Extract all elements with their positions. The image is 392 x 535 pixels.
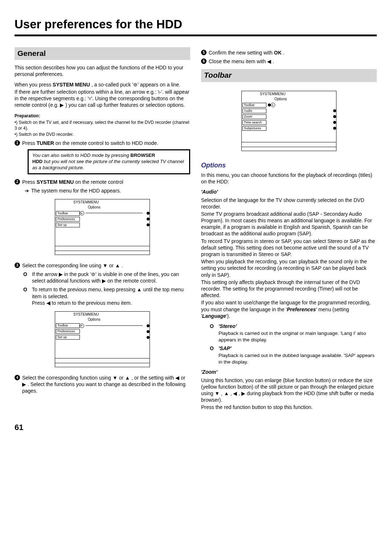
audio-p4: When you playback the recording, you can…: [201, 258, 377, 278]
step-3-note-1: OIf the arrow ▶ in the puck '⊚' is visib…: [23, 271, 190, 284]
option-sap-body: Playback is carried out in the dubbed la…: [219, 352, 377, 365]
menu3-row-time-search: Time search: [242, 120, 266, 125]
option-stereo-label: 'Stereo': [219, 323, 237, 329]
puck-icon: ▸: [80, 211, 84, 215]
general-intro-3: If there are further selection options w…: [15, 89, 190, 109]
step-3: Select the corresponding line using ▼ or…: [22, 262, 190, 269]
menu1-row-setup: Set up: [56, 223, 80, 227]
systemmenu-diagram-2: SYSTEMMENU Options Toolbar▸ Preferences …: [55, 311, 150, 367]
page-title: User preferences for the HDD: [15, 11, 377, 32]
menu3-row-zoom: Zoom: [242, 114, 266, 119]
option-stereo-body: Playback is carried out in the original …: [219, 330, 377, 343]
menu1-row-toolbar: Toolbar: [56, 211, 80, 216]
audio-p6: If you also want to use/change the langu…: [201, 299, 377, 319]
menu2-subtitle: Options: [55, 317, 150, 323]
section-heading-general: General: [15, 47, 190, 60]
systemmenu-diagram-1: SYSTEMMENU Options Toolbar▸ Preferences …: [55, 199, 150, 255]
menu3-title: SYSTEMMENU: [242, 91, 336, 96]
step-4: Select the corresponding function using …: [22, 374, 190, 394]
puck-icon: ▸: [80, 324, 84, 328]
menu2-title: SYSTEMMENU: [55, 312, 150, 317]
menu3-subtitle: Options: [242, 96, 336, 102]
step-badge-5: 5: [201, 50, 207, 55]
menu1-subtitle: Options: [55, 204, 150, 210]
title-rule: [15, 35, 377, 36]
left-column: General This section describes how you c…: [15, 47, 190, 412]
step-badge-4: 4: [15, 375, 20, 380]
menu2-row-preferences: Preferences: [56, 329, 80, 334]
audio-p3: To record TV programs in stereo or SAP, …: [201, 238, 377, 258]
menu1-row-preferences: Preferences: [56, 217, 80, 222]
preparation-item-2: •) Switch on the DVD recorder.: [15, 132, 190, 138]
menu3-row-toolbar: Toolbar: [242, 103, 266, 108]
step-badge-6: 6: [201, 58, 207, 64]
zoom-p2: Press the red function button to stop th…: [201, 404, 377, 410]
options-heading: Options: [201, 161, 377, 170]
step-2-result: ➔The system menu for the HDD appears.: [25, 187, 190, 194]
option-sap-label: 'SAP': [219, 345, 231, 352]
preparation-item-1: •) Switch on the TV set, and if necessar…: [15, 120, 190, 131]
audio-heading: 'Audio': [201, 189, 377, 195]
menu2-row-toolbar: Toolbar: [56, 323, 80, 328]
right-column: 5 Confirm the new setting with OK . 6 Cl…: [201, 47, 377, 412]
step-badge-2: 2: [15, 179, 20, 185]
step-badge-1: 1: [15, 140, 20, 146]
menu3-row-audio: Audio: [242, 109, 266, 113]
audio-p5: This setting only affects playback throu…: [201, 279, 377, 299]
zoom-heading: 'Zoom': [201, 369, 377, 375]
audio-p2: Some TV programs broadcast additional au…: [201, 211, 377, 237]
step-badge-3: 3: [15, 263, 20, 268]
menu2-row-setup: Set up: [56, 335, 80, 340]
step-5: Confirm the new setting with OK .: [209, 49, 377, 56]
general-intro-2: When you press SYSTEM MENU , a so-called…: [15, 81, 190, 88]
systemmenu-diagram-toolbar: SYSTEMMENU Options Toolbar▸ Audio Zoom T…: [241, 91, 336, 151]
options-intro: In this menu, you can choose functions f…: [201, 172, 377, 185]
zoom-p1: Using this function, you can enlarge (bl…: [201, 377, 377, 404]
general-intro-1: This section describes how you can adjus…: [15, 64, 190, 77]
step-6: Close the menu item with ◀ .: [209, 58, 377, 65]
step-1: Press TUNER on the remote control to swi…: [22, 140, 190, 146]
preparation-heading: Preparation:: [15, 113, 190, 119]
step-3-note-2: O To return to the previous menu, keep p…: [23, 286, 190, 306]
hdd-mode-callout: You can also switch to HDD mode by press…: [28, 149, 190, 174]
menu1-title: SYSTEMMENU: [55, 199, 150, 204]
step-2: Press SYSTEM MENU on the remote control: [22, 179, 190, 185]
page-number: 61: [15, 422, 377, 433]
puck-icon: ▸: [271, 103, 275, 107]
section-heading-toolbar: Toolbar: [201, 69, 377, 82]
menu3-row-subpictures: Subpictures: [242, 126, 266, 131]
audio-p1: Selection of the language for the TV sho…: [201, 197, 377, 210]
